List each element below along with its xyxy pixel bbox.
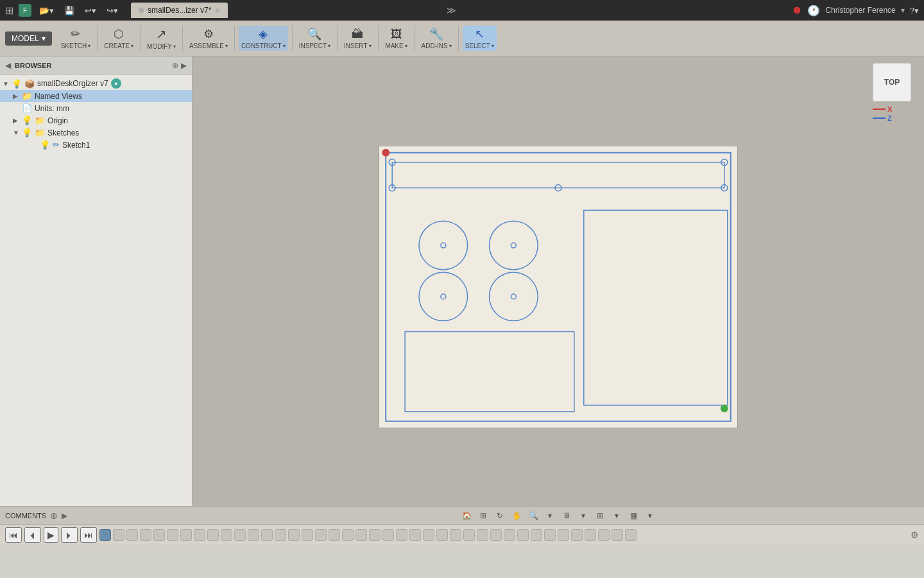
timeline-marker-12[interactable] [261,529,273,541]
timeline-marker-14[interactable] [288,529,300,541]
help-button[interactable]: ?▾ [910,6,919,15]
timeline-marker-23[interactable] [409,529,421,541]
timeline-marker-21[interactable] [382,529,394,541]
view-pan-button[interactable]: ✋ [509,509,524,523]
timeline-marker-25[interactable] [436,529,448,541]
timeline-marker-1[interactable] [113,529,124,541]
view-display-dropdown-icon[interactable]: ▾ [576,509,590,523]
view-layout-dropdown-icon[interactable]: ▾ [643,509,657,523]
view-orbit-button[interactable]: ↻ [493,509,507,523]
view-layout-button[interactable]: ▦ [626,509,640,523]
tab-expand-icon[interactable]: ≫ [447,5,456,15]
timeline-next-button[interactable]: ⏵ [61,527,78,543]
timeline-marker-4[interactable] [153,529,165,541]
timeline-marker-28[interactable] [477,529,488,541]
timeline-marker-26[interactable] [450,529,461,541]
addins-tool[interactable]: 🔧 ADD-INS ▾ [419,26,454,51]
file-open-button[interactable]: 📂▾ [37,4,56,17]
timeline-marker-31[interactable] [517,529,529,541]
timeline-marker-3[interactable] [140,529,151,541]
tree-units[interactable]: 📄 Units: mm [0,102,192,114]
timeline-marker-17[interactable] [329,529,340,541]
model-button[interactable]: MODEL ▾ [5,31,52,46]
origin-expand-icon[interactable]: ▶ [13,117,22,124]
save-button[interactable]: 💾 [62,4,77,17]
user-dropdown-icon[interactable]: ▾ [901,6,905,15]
view-fit-button[interactable]: ⊞ [476,509,490,523]
root-expand-icon[interactable]: ▼ [3,80,12,87]
timeline-marker-32[interactable] [531,529,542,541]
comments-expand-icon[interactable]: ▶ [62,511,67,520]
x-axis-label: X [887,105,892,113]
timeline-marker-22[interactable] [396,529,407,541]
create-tool[interactable]: ⬡ CREATE ▾ [101,26,136,51]
named-views-expand-icon[interactable]: ▶ [13,92,22,100]
timeline-marker-35[interactable] [571,529,583,541]
timeline-marker-18[interactable] [342,529,354,541]
timeline-marker-11[interactable] [248,529,259,541]
view-zoom-dropdown-icon[interactable]: ▾ [543,509,557,523]
timeline-play-button[interactable]: ▶ [44,527,58,543]
cube-face-top[interactable]: TOP [873,63,911,101]
inspect-tool[interactable]: 🔍 INSPECT ▾ [296,26,333,51]
sketch-tool[interactable]: ✏ SKETCH ▾ [58,26,94,51]
sketches-expand-icon[interactable]: ▼ [13,129,22,136]
timeline-marker-10[interactable] [234,529,246,541]
tab-close-icon[interactable]: ✕ [215,7,220,14]
redo-button[interactable]: ↪▾ [104,4,121,17]
timeline-marker-24[interactable] [423,529,434,541]
timeline-marker-33[interactable] [544,529,556,541]
timeline-marker-2[interactable] [126,529,138,541]
tree-sketches[interactable]: ▼ 💡 📁 Sketches [0,127,192,139]
timeline-marker-15[interactable] [302,529,313,541]
timeline-marker-36[interactable] [585,529,596,541]
construct-tool[interactable]: ◈ CONSTRUCT ▾ [239,26,288,51]
timeline-marker-9[interactable] [221,529,232,541]
browser-back-icon[interactable]: ◀ [5,61,11,70]
timeline-marker-6[interactable] [180,529,192,541]
timeline-marker-20[interactable] [369,529,381,541]
timeline-marker-0[interactable] [99,529,111,541]
view-grid-dropdown-icon[interactable]: ▾ [610,509,624,523]
make-tool[interactable]: 🖼 MAKE ▾ [382,26,411,51]
timeline-marker-5[interactable] [167,529,178,541]
active-tab[interactable]: smallDes...izer v7* ✕ [131,3,228,18]
timeline-marker-8[interactable] [207,529,219,541]
browser-search-icon[interactable]: ⊕ [172,61,178,70]
timeline-marker-30[interactable] [504,529,515,541]
timeline-settings-icon[interactable]: ⚙ [911,530,919,540]
canvas-area[interactable]: TOP X Z [193,57,924,506]
tree-sketch1[interactable]: 💡 ✏ Sketch1 [0,139,192,151]
timeline-marker-39[interactable] [625,529,637,541]
timeline-marker-27[interactable] [463,529,475,541]
view-grid-button[interactable]: ⊞ [593,509,607,523]
timeline-end-button[interactable]: ⏭ [80,527,97,543]
timeline-marker-29[interactable] [490,529,502,541]
timeline-marker-38[interactable] [612,529,623,541]
insert-tool[interactable]: 🏔 INSERT ▾ [341,26,374,51]
timeline-marker-34[interactable] [558,529,569,541]
view-home-button[interactable]: 🏠 [459,509,474,523]
select-tool[interactable]: ↖ SELECT ▾ [463,26,497,51]
timeline-marker-7[interactable] [194,529,205,541]
timeline-marker-19[interactable] [355,529,367,541]
view-zoom-button[interactable]: 🔍 [526,509,540,523]
browser-expand-icon[interactable]: ▶ [181,61,187,70]
orientation-cube[interactable]: TOP X Z [873,63,918,108]
undo-button[interactable]: ↩▾ [82,4,99,17]
timeline-start-button[interactable]: ⏮ [5,527,22,543]
assemble-tool[interactable]: ⚙ ASSEMBLE ▾ [187,26,230,51]
tree-root[interactable]: ▼ 💡 📦 smallDeskOrgizer v7 ● [0,77,192,90]
comments-add-icon[interactable]: ⊕ [50,511,58,521]
timeline-marker-37[interactable] [598,529,610,541]
timeline-prev-button[interactable]: ⏴ [24,527,41,543]
modify-tool[interactable]: ↗ MODIFY ▾ [144,25,178,51]
user-info[interactable]: Christopher Ference [825,6,895,15]
separator-7 [378,26,379,51]
timeline-marker-16[interactable] [315,529,327,541]
tree-named-views[interactable]: ▶ 📁 Named Views [0,90,192,102]
tree-origin[interactable]: ▶ 💡 📁 Origin [0,114,192,127]
app-grid-icon[interactable]: ⊞ [5,4,13,17]
timeline-marker-13[interactable] [275,529,286,541]
view-display-button[interactable]: 🖥 [560,509,574,523]
